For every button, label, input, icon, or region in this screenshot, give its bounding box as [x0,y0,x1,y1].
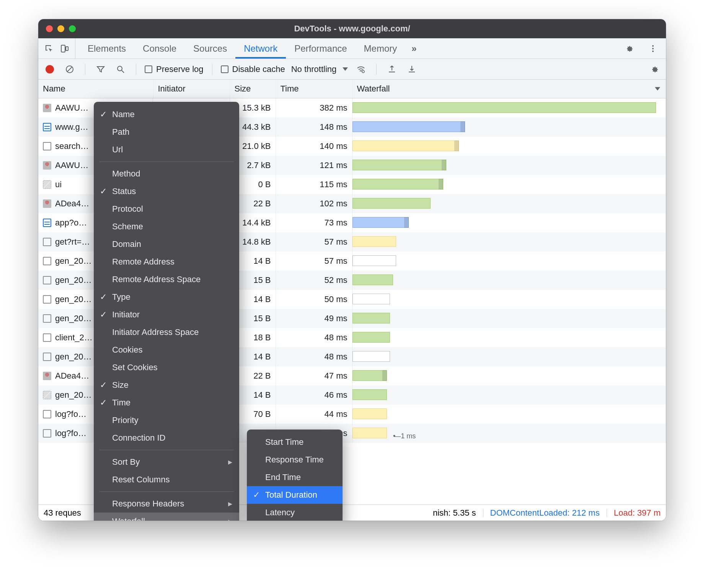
minimize-window-button[interactable] [57,25,64,32]
preserve-log-checkbox[interactable]: Preserve log [145,64,204,74]
file-type-icon [43,276,51,284]
waterfall-cell [352,271,666,290]
menu-item-method[interactable]: Method [94,165,239,183]
search-icon[interactable] [114,62,127,76]
menu-item-scheme[interactable]: Scheme [94,218,239,235]
status-finish: nish: 5.35 s [433,508,476,518]
file-type-icon [43,410,51,418]
waterfall-bar [352,121,465,132]
waterfall-bar [352,102,656,113]
tab-memory[interactable]: Memory [356,38,406,59]
chevron-down-icon [655,87,660,90]
filter-icon[interactable] [94,62,108,76]
tab-network[interactable]: Network [235,38,286,59]
menu-item-protocol[interactable]: Protocol [94,200,239,218]
zoom-window-button[interactable] [69,25,76,32]
menu-item-response-headers[interactable]: Response Headers▸ [94,495,239,513]
file-type-icon [43,429,51,438]
request-name: get?rt=… [55,237,90,247]
inspect-element-icon[interactable] [42,42,56,56]
menu-item-initiator[interactable]: ✓Initiator [94,306,239,323]
column-header-time[interactable]: Time [276,80,352,98]
file-type-icon [43,180,51,189]
export-har-icon[interactable] [405,62,419,76]
menu-item-sort-by[interactable]: Sort By▸ [94,453,239,471]
request-name: gen_20… [55,352,91,362]
time-cell: 57 ms [276,252,352,271]
request-name: log?fo… [55,409,86,419]
submenu-item-start-time[interactable]: Start Time [247,433,343,451]
device-toolbar-icon[interactable] [57,42,71,56]
column-header-name[interactable]: Name [38,80,153,98]
request-name: log?fo… [55,428,86,438]
request-name: gen_20… [55,275,91,285]
waterfall-bar [352,274,393,285]
waterfall-cell [352,213,666,232]
waterfall-cell: 1 ms [352,424,666,443]
svg-point-9 [362,70,364,73]
waterfall-cell [352,309,666,328]
time-cell: 73 ms [276,213,352,232]
waterfall-bar [352,140,459,151]
menu-item-waterfall[interactable]: Waterfall▸ [94,513,239,521]
column-header-initiator[interactable]: Initiator [153,80,230,98]
file-type-icon [43,333,51,342]
submenu-item-total-duration[interactable]: ✓Total Duration [247,486,343,504]
svg-rect-1 [66,47,68,51]
waterfall-bar [352,160,447,170]
tab-console[interactable]: Console [134,38,185,59]
throttling-value: No throttling [291,64,337,74]
file-type-icon [43,199,51,208]
menu-item-status[interactable]: ✓Status [94,183,239,200]
request-name: app?o… [55,218,87,228]
menu-item-connection-id[interactable]: Connection ID [94,429,239,447]
panel-tabbar: ElementsConsoleSourcesNetworkPerformance… [38,38,666,59]
menu-item-reset-columns[interactable]: Reset Columns [94,471,239,488]
time-cell: 46 ms [276,385,352,405]
menu-item-url[interactable]: Url [94,141,239,158]
file-type-icon [43,219,51,227]
request-name: ADea4… [55,371,89,381]
menu-item-remote-address-space[interactable]: Remote Address Space [94,271,239,288]
menu-item-time[interactable]: ✓Time [94,394,239,412]
network-settings-gear-icon[interactable] [648,62,661,76]
waterfall-bar [352,428,387,438]
request-name: gen_20… [55,256,91,266]
status-load: Load: 397 m [614,508,661,518]
divider [376,64,377,75]
clear-button-icon[interactable] [63,62,77,76]
column-header-waterfall[interactable]: Waterfall [352,80,666,98]
waterfall-cell [352,328,666,347]
menu-item-name[interactable]: ✓Name [94,106,239,123]
throttling-dropdown[interactable]: No throttling [291,64,348,74]
menu-item-cookies[interactable]: Cookies [94,341,239,359]
waterfall-bar [352,332,390,343]
more-tabs-button[interactable]: » [405,38,423,59]
close-window-button[interactable] [46,25,53,32]
time-cell: 44 ms [276,405,352,424]
tab-sources[interactable]: Sources [185,38,235,59]
submenu-item-end-time[interactable]: End Time [247,469,343,486]
menu-item-type[interactable]: ✓Type [94,288,239,306]
menu-item-priority[interactable]: Priority [94,412,239,429]
column-header-waterfall-label: Waterfall [357,84,390,93]
disable-cache-checkbox[interactable]: Disable cache [221,64,285,74]
tab-performance[interactable]: Performance [286,38,355,59]
waterfall-bar [352,408,387,419]
menu-item-path[interactable]: Path [94,123,239,141]
menu-item-domain[interactable]: Domain [94,235,239,253]
record-button[interactable] [43,62,57,76]
settings-gear-icon[interactable] [622,42,636,56]
menu-item-set-cookies[interactable]: Set Cookies [94,359,239,376]
column-header-size[interactable]: Size [230,80,276,98]
tab-elements[interactable]: Elements [79,38,134,59]
kebab-menu-icon[interactable] [646,42,660,56]
time-cell: 57 ms [276,232,352,252]
import-har-icon[interactable] [385,62,399,76]
menu-item-size[interactable]: ✓Size [94,376,239,394]
network-conditions-icon[interactable] [354,62,368,76]
menu-item-initiator-address-space[interactable]: Initiator Address Space [94,323,239,341]
menu-item-remote-address[interactable]: Remote Address [94,253,239,271]
submenu-item-response-time[interactable]: Response Time [247,451,343,469]
submenu-item-latency[interactable]: Latency [247,504,343,521]
